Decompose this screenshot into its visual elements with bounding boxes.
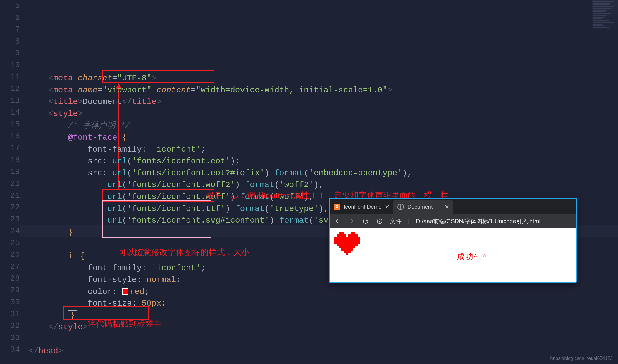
annotation-paste-note: 将代码粘贴到标签中 xyxy=(88,318,161,330)
tab-title: Document xyxy=(407,204,433,210)
line-number: 8 xyxy=(0,36,20,48)
success-text: 成功^_^ xyxy=(376,251,567,262)
forward-icon[interactable] xyxy=(348,217,355,225)
minimap[interactable] xyxy=(592,0,618,38)
code-line[interactable]: </head> xyxy=(29,345,618,357)
close-icon[interactable]: × xyxy=(445,203,449,211)
browser-tab-document[interactable]: Document × xyxy=(393,200,453,214)
address-prefix: 文件 xyxy=(390,217,402,225)
line-number: 28 xyxy=(0,273,20,285)
code-line[interactable]: src: url('fonts/iconfont.eot?#iefix') fo… xyxy=(29,167,618,179)
code-line[interactable]: url('fonts/iconfont.woff2') format('woff… xyxy=(29,179,618,191)
browser-tab-iconfont[interactable]: IconFont Demo × xyxy=(330,200,393,214)
line-number: 24 xyxy=(0,225,20,237)
reload-icon[interactable] xyxy=(362,217,369,225)
code-line[interactable]: <title>Document</title> xyxy=(29,96,618,108)
code-line[interactable]: font-size: 50px; xyxy=(29,298,618,310)
code-line[interactable]: @font-face { xyxy=(29,132,618,144)
line-number: 32 xyxy=(0,320,20,332)
code-line[interactable]: src: url('fonts/iconfont.eot'); xyxy=(29,155,618,167)
code-line[interactable] xyxy=(29,333,618,345)
line-number: 29 xyxy=(0,285,20,297)
browser-tabstrip: IconFont Demo × Document × xyxy=(330,199,576,214)
back-icon[interactable] xyxy=(334,217,341,225)
code-editor[interactable]: 5678910111213141516171819202122232425262… xyxy=(0,0,618,364)
line-number: 13 xyxy=(0,95,20,107)
browser-toolbar: 文件 | D:/aaa前端/CSDN/字体图标/1.Unicode引入.html xyxy=(330,214,576,228)
line-number: 19 xyxy=(0,166,20,178)
line-number: 23 xyxy=(0,214,20,226)
code-line[interactable]: color: red; xyxy=(29,286,618,298)
line-number: 17 xyxy=(0,142,20,154)
browser-viewport: 成功^_^ xyxy=(330,228,576,282)
address-separator: | xyxy=(408,218,409,225)
code-line[interactable]: <style> xyxy=(29,108,618,120)
line-number: 27 xyxy=(0,261,20,273)
line-number: 25 xyxy=(0,237,20,249)
line-number: 6 xyxy=(0,12,20,24)
line-number: 31 xyxy=(0,308,20,320)
close-icon[interactable]: × xyxy=(385,203,389,211)
line-number: 9 xyxy=(0,47,20,59)
line-number: 10 xyxy=(0,59,20,71)
line-number: 22 xyxy=(0,202,20,214)
line-number: 15 xyxy=(0,119,20,131)
globe-icon xyxy=(397,204,404,210)
line-number: 16 xyxy=(0,131,20,143)
tab-title: IconFont Demo xyxy=(344,204,382,210)
watermark: https://blog.csdn.net/al654123 xyxy=(550,356,613,361)
line-number: 7 xyxy=(0,24,20,36)
address-bar-text[interactable]: D:/aaa前端/CSDN/字体图标/1.Unicode引入.html xyxy=(416,217,572,225)
code-line[interactable]: /* 字体声明 */ xyxy=(29,120,618,132)
line-number: 20 xyxy=(0,178,20,190)
info-icon[interactable] xyxy=(376,217,383,225)
line-number: 18 xyxy=(0,154,20,166)
line-number: 26 xyxy=(0,249,20,261)
line-number: 5 xyxy=(0,0,20,12)
line-number: 34 xyxy=(0,344,20,356)
line-number-gutter: 5678910111213141516171819202122232425262… xyxy=(0,0,20,364)
code-line[interactable]: font-family: 'iconfont'; xyxy=(29,144,618,156)
svg-point-2 xyxy=(379,219,380,220)
code-line[interactable]: <meta name="viewport" content="width=dev… xyxy=(29,84,618,96)
code-line[interactable] xyxy=(29,357,618,364)
line-number: 21 xyxy=(0,190,20,202)
line-number: 30 xyxy=(0,297,20,308)
line-number: 11 xyxy=(0,71,20,83)
line-number: 33 xyxy=(0,332,20,344)
ghost-icon xyxy=(335,205,339,209)
code-area[interactable]: <meta charset="UTF-8"> <meta name="viewp… xyxy=(20,0,618,364)
code-line[interactable]: <meta charset="UTF-8"> xyxy=(29,72,618,84)
line-number: 12 xyxy=(0,83,20,95)
browser-preview: IconFont Demo × Document × 文件 | D:/aaa前端… xyxy=(329,198,577,283)
annotation-style-note: 可以随意修改字体图标的样式，大小 xyxy=(118,247,249,258)
tab-favicon-iconfont xyxy=(334,204,340,210)
line-number: 14 xyxy=(0,107,20,119)
